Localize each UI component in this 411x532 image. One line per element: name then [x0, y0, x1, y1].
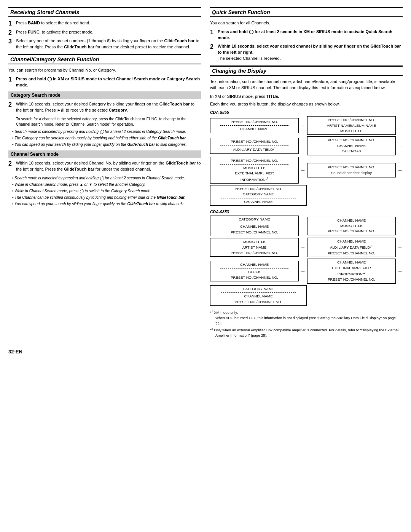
arrow-1a: →: [300, 123, 306, 129]
step-num-qs2: 2: [210, 43, 215, 50]
step-num-3: 3: [8, 38, 14, 45]
section-title-channel-search: Channel/Category Search Function: [8, 54, 201, 64]
step-text-cs1: Press and hold ◯ in XM or SIRIUS mode to…: [16, 76, 201, 88]
arrow-3a: →: [300, 167, 306, 173]
quick-step1: 1 Press and hold ◯ for at least 2 second…: [210, 29, 403, 41]
channel-search-step1: 1 Press and hold ◯ in XM or SIRIUS mode …: [8, 76, 201, 88]
step-num-chan2: 2: [8, 160, 14, 167]
bullet-cat-2: The Category can be scrolled continuousl…: [12, 136, 201, 141]
cda9853-box-2a: MUSIC TITLE ARTIST NAME PRESET NO./CHANN…: [210, 238, 299, 257]
arrow-9853-1a: →: [300, 223, 306, 229]
section-title-receiving: Receiving Stored Channels: [8, 7, 201, 17]
arrow-9853-3b: →: [397, 268, 403, 274]
arrow-9853-2a: →: [300, 244, 306, 251]
step-num-1: 1: [8, 20, 14, 27]
step-text-2: Press FUNC. to activate the preset mode.: [16, 29, 201, 35]
cda9855-box-1a: PRESET NO./CHANNEL NO. CHANNEL NAME: [210, 118, 299, 133]
step-1-receiving: 1 Press BAND to select the desired band.: [8, 20, 201, 27]
cda9853-label: CDA-9853: [210, 209, 403, 214]
step-2-receiving: 2 Press FUNC. to activate the preset mod…: [8, 29, 201, 36]
section-receiving-stored-channels: Receiving Stored Channels 1 Press BAND t…: [8, 7, 201, 50]
cda9853-box-1b: CHANNEL NAME MUSIC TITLE PRESET NO./CHAN…: [307, 217, 396, 235]
bullet-chan-4: The Channel can be scrolled continuously…: [12, 195, 201, 200]
arrow-2b: →: [397, 143, 403, 149]
cda9855-box-3b: PRESET NO./CHANNEL NO. Sound dependent d…: [307, 163, 396, 177]
display-instruction: In XM or SIRIUS mode, press TITLE.: [210, 94, 403, 100]
quick-step2: 2 Within 10 seconds, select your desired…: [210, 43, 403, 62]
bullet-chan-5: You can speed up your search by sliding …: [12, 201, 201, 207]
category-search-title: Category Search mode: [8, 91, 201, 99]
channel-search-intro: You can search for programs by Channel N…: [8, 67, 201, 73]
bullet-chan-2: While in Channel Search mode, press ▲ or…: [12, 182, 201, 187]
step-text-3: Select any one of the preset numbers (1 …: [16, 38, 201, 50]
category-search-steps: 2 Within 10 seconds, select your desired…: [8, 101, 201, 113]
arrow-1b: →: [397, 123, 403, 129]
step-3-receiving: 3 Select any one of the preset numbers (…: [8, 38, 201, 50]
step-text-cat2: Within 10 seconds, select your desired C…: [16, 101, 201, 113]
arrow-9853-2b: →: [397, 244, 403, 251]
channel-search-step1-list: 1 Press and hold ◯ in XM or SIRIUS mode …: [8, 76, 201, 88]
step-num-2: 2: [8, 29, 14, 36]
page-num-text: 32: [8, 349, 14, 355]
cda9853-box-1a: CATEGORY NAME CHANNEL NAME PRESET NO./CH…: [210, 216, 299, 236]
step-text-qs2: Within 10 seconds, select your desired c…: [218, 43, 403, 62]
step-num-cs1: 1: [8, 76, 14, 83]
right-column: Quick Search Function You can search for…: [210, 7, 403, 340]
cda9855-box-2b: PRESET NO./CHANNEL NO. CHANNEL NAME CALE…: [307, 136, 396, 155]
cda9853-box-2b: CHANNEL NAME AUXILIARY DATA FIELD*1 PRES…: [307, 238, 396, 257]
step-text-1: Press BAND to select the desired band.: [16, 20, 201, 26]
step-num-cat2: 2: [8, 101, 14, 108]
cda9853-box-3b: CHANNEL NAME EXTERNAL AMPLIFIER INFORMAT…: [307, 259, 396, 284]
step-text-chan2: Within 10 seconds, select your desired C…: [16, 160, 201, 173]
arrow-3b: →: [397, 167, 403, 173]
arrow-9853-3a: →: [300, 268, 306, 274]
section-channel-category-search: Channel/Category Search Function You can…: [8, 54, 201, 207]
cda9855-box-3a: PRESET NO./CHANNEL NO. MUSIC TITLE EXTER…: [210, 157, 299, 184]
category-sub-note: To search for a channel in the selected …: [16, 117, 201, 127]
section-title-quick-search: Quick Search Function: [210, 7, 403, 17]
category-bullets: Search mode is canceled by pressing and …: [12, 129, 201, 147]
footnote-1: *1 XM mode only: When ADF is turned OFF,…: [210, 310, 403, 326]
cda9855-box-2a: PRESET NO./CHANNEL NO. AUXILIARY DATA FI…: [210, 138, 299, 154]
display-intro: Text information, such as the channel na…: [210, 79, 403, 91]
section-quick-search: Quick Search Function You can search for…: [210, 7, 403, 62]
channel-bullets: Search mode is canceled by pressing and …: [12, 176, 201, 207]
bullet-cat-3: You can speed up your search by sliding …: [12, 142, 201, 147]
arrow-9853-1b: →: [397, 223, 403, 229]
quick-search-steps: 1 Press and hold ◯ for at least 2 second…: [210, 29, 403, 62]
cda9855-box-1b: PRESET NO./CHANNEL NO. ARTIST NAME/ALBUM…: [307, 116, 396, 135]
page-number: 32-EN: [8, 346, 403, 356]
step-text-qs1: Press and hold ◯ for at least 2 seconds …: [218, 29, 403, 41]
channel-step2: 2 Within 10 seconds, select your desired…: [8, 160, 201, 173]
cda9853-box-4a: CATEGORY NAME CHANNEL NAME PRESET NO./CH…: [210, 285, 307, 306]
footnote-2: *2 Only when an external Amplifier Link …: [210, 327, 403, 338]
section-changing-display: Changing the Display Text information, s…: [210, 66, 403, 338]
cda9855-label: CDA-9855: [210, 110, 403, 115]
cda9853-box-3a: CHANNEL NAME CLOCK PRESET NO./CHANNEL NO…: [210, 261, 299, 281]
category-step2: 2 Within 10 seconds, select your desired…: [8, 101, 201, 113]
display-sub-note: Each time you press this button, the dis…: [210, 102, 403, 106]
step-num-qs1: 1: [210, 29, 215, 36]
channel-search-steps: 2 Within 10 seconds, select your desired…: [8, 160, 201, 173]
channel-search-mode-title: Channel Search mode: [8, 150, 201, 158]
receiving-steps: 1 Press BAND to select the desired band.…: [8, 20, 201, 50]
bullet-chan-1: Search mode is canceled by pressing and …: [12, 176, 201, 181]
left-column: Receiving Stored Channels 1 Press BAND t…: [8, 7, 201, 340]
bullet-cat-1: Search mode is canceled by pressing and …: [12, 129, 201, 134]
arrow-2a: →: [300, 143, 306, 149]
bullet-chan-3: While in Channel Search mode, press ◯ to…: [12, 189, 201, 194]
section-title-display: Changing the Display: [210, 66, 403, 76]
quick-search-intro: You can search for all Channels.: [210, 20, 403, 26]
footnotes: *1 XM mode only: When ADF is turned OFF,…: [210, 310, 403, 338]
cda9855-box-4a: PRESET NO./CHANNEL NO. CATEGORY NAME CHA…: [210, 185, 307, 206]
page-suffix: -EN: [14, 349, 22, 355]
